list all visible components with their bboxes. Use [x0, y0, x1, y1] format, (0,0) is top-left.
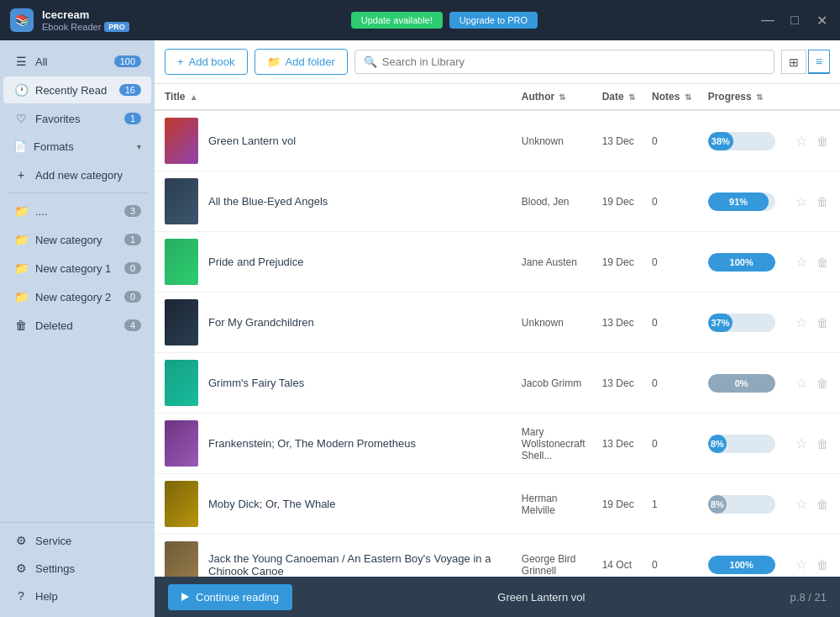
sidebar-item-add-category[interactable]: + Add new category — [3, 161, 151, 188]
favorite-button[interactable]: ☆ — [792, 250, 811, 273]
delete-button[interactable]: 🗑 — [813, 313, 832, 333]
book-table: Title ▲ Author ⇅ Date ⇅ Notes ⇅ Progress… — [155, 84, 840, 577]
sidebar-item-favorites-count: 1 — [124, 113, 141, 124]
search-box[interactable]: 🔍 — [354, 50, 774, 74]
continue-reading-button[interactable]: Continue reading — [168, 584, 292, 610]
maximize-button[interactable]: □ — [786, 13, 803, 28]
add-folder-button[interactable]: 📁 Add folder — [255, 49, 348, 75]
book-title-cell: Jack the Young Canoeman / An Eastern Boy… — [155, 535, 513, 577]
delete-button[interactable]: 🗑 — [813, 373, 832, 393]
favorite-button[interactable]: ☆ — [792, 432, 811, 455]
book-cover — [165, 360, 198, 406]
col-notes[interactable]: Notes ⇅ — [643, 84, 700, 110]
favorite-button[interactable]: ☆ — [792, 311, 811, 334]
book-notes: 0 — [643, 293, 700, 353]
sidebar-item-new-category[interactable]: 📁 New category 1 — [3, 226, 151, 253]
col-date[interactable]: Date ⇅ — [594, 84, 643, 110]
upgrade-button[interactable]: Upgrade to PRO — [449, 12, 538, 29]
book-author: Jane Austen — [513, 232, 594, 293]
book-title: For My Grandchildren — [208, 316, 314, 329]
col-progress[interactable]: Progress ⇅ — [700, 84, 784, 110]
book-author: George Bird Grinnell — [513, 535, 594, 577]
book-date: 19 Dec — [594, 474, 643, 535]
new-category-2-icon: 📁 — [13, 290, 29, 303]
minimize-button[interactable]: — — [759, 13, 776, 28]
book-actions: ☆ 🗑 — [784, 110, 840, 171]
book-title-cell: Moby Dick; Or, The Whale — [155, 474, 513, 535]
add-book-button[interactable]: + Add book — [165, 49, 248, 75]
col-title[interactable]: Title ▲ — [155, 84, 513, 110]
book-cover — [165, 299, 198, 345]
sidebar-item-ellipsis[interactable]: 📁 .... 3 — [3, 198, 151, 224]
sidebar-item-all[interactable]: ☰ All 100 — [3, 48, 151, 75]
book-title: Frankenstein; Or, The Modern Prometheus — [208, 437, 416, 450]
sidebar-item-help[interactable]: ? Help — [3, 583, 151, 609]
book-title-cell: Grimm's Fairy Tales — [155, 353, 513, 414]
sidebar-item-help-label: Help — [35, 590, 141, 603]
delete-button[interactable]: 🗑 — [813, 192, 832, 212]
sidebar-item-new-category-2-label: New category 2 — [35, 291, 118, 303]
sidebar-item-favorites[interactable]: ♡ Favorites 1 — [3, 105, 151, 132]
sidebar-item-service[interactable]: ⚙ Service — [3, 527, 151, 554]
book-progress-cell: 8% — [700, 474, 784, 535]
sidebar-item-deleted[interactable]: 🗑 Deleted 4 — [3, 312, 151, 339]
book-date: 14 Oct — [594, 535, 643, 577]
sidebar-item-ellipsis-count: 3 — [124, 205, 141, 217]
sidebar: ☰ All 100 🕐 Recently Read 16 ♡ Favorites… — [0, 40, 155, 617]
view-toggle: ⊞ ≡ — [781, 50, 830, 74]
main-layout: ☰ All 100 🕐 Recently Read 16 ♡ Favorites… — [0, 40, 840, 617]
grid-view-button[interactable]: ⊞ — [781, 50, 806, 74]
delete-button[interactable]: 🗑 — [813, 555, 832, 575]
deleted-icon: 🗑 — [13, 319, 29, 332]
favorite-button[interactable]: ☆ — [792, 129, 811, 152]
book-progress-cell: 100% — [700, 232, 784, 293]
book-notes: 0 — [643, 535, 700, 577]
book-notes: 0 — [643, 353, 700, 414]
sidebar-item-new-category-1[interactable]: 📁 New category 1 0 — [3, 255, 151, 282]
add-folder-icon: 📁 — [267, 55, 281, 68]
progress-bar-wrap: 91% — [708, 192, 775, 211]
book-title-cell: Green Lantern vol — [155, 110, 513, 171]
sidebar-item-new-category-label: New category — [35, 234, 118, 246]
sidebar-item-deleted-label: Deleted — [35, 319, 118, 332]
formats-icon: 📄 — [13, 140, 27, 153]
delete-button[interactable]: 🗑 — [813, 434, 832, 454]
favorite-button[interactable]: ☆ — [792, 372, 811, 394]
sidebar-item-new-category-2[interactable]: 📁 New category 2 0 — [3, 283, 151, 310]
favorite-button[interactable]: ☆ — [792, 553, 811, 576]
favorites-icon: ♡ — [13, 112, 29, 125]
sidebar-item-settings[interactable]: ⚙ Settings — [3, 555, 151, 582]
author-sort-icon: ⇅ — [559, 92, 565, 102]
book-title: All the Blue-Eyed Angels — [208, 195, 328, 208]
delete-button[interactable]: 🗑 — [813, 252, 832, 272]
book-cover — [165, 178, 198, 224]
book-author: Unknown — [513, 110, 594, 171]
book-actions: ☆ 🗑 — [784, 474, 840, 535]
table-row: Green Lantern vol Unknown 13 Dec 0 38% ☆… — [155, 110, 840, 171]
title-sort-icon: ▲ — [190, 92, 198, 102]
sidebar-item-recently-read[interactable]: 🕐 Recently Read 16 — [3, 76, 151, 103]
update-button[interactable]: Update available! — [351, 12, 443, 29]
sidebar-item-formats-label: Formats — [34, 140, 130, 153]
favorite-button[interactable]: ☆ — [792, 493, 811, 515]
add-book-icon: + — [177, 55, 184, 68]
progress-bar-wrap: 0% — [708, 374, 775, 393]
col-author[interactable]: Author ⇅ — [513, 84, 594, 110]
progress-bar-wrap: 100% — [708, 556, 775, 574]
sidebar-item-formats[interactable]: 📄 Formats ▾ — [3, 134, 151, 160]
book-progress-cell: 100% — [700, 535, 784, 577]
list-view-button[interactable]: ≡ — [808, 50, 830, 74]
sidebar-item-favorites-label: Favorites — [35, 113, 118, 125]
delete-button[interactable]: 🗑 — [813, 494, 832, 514]
favorite-button[interactable]: ☆ — [792, 190, 811, 213]
progress-bar: 0% — [708, 374, 775, 393]
sidebar-item-recently-read-label: Recently Read — [35, 84, 113, 97]
close-button[interactable]: ✕ — [813, 13, 830, 29]
search-icon: 🔍 — [364, 55, 377, 68]
book-cover — [165, 541, 198, 577]
book-author: Unknown — [513, 293, 594, 353]
delete-button[interactable]: 🗑 — [813, 131, 832, 151]
book-date: 13 Dec — [594, 110, 643, 171]
search-input[interactable] — [382, 55, 765, 68]
progress-bar: 8% — [708, 435, 727, 453]
